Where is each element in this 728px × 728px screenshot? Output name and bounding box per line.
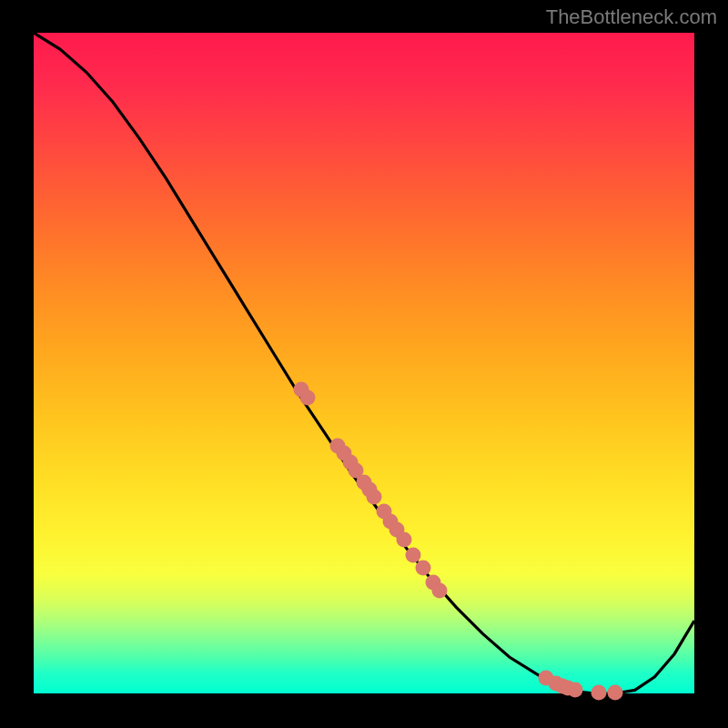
data-point <box>366 489 381 504</box>
data-point <box>432 583 448 599</box>
data-point <box>591 684 606 700</box>
data-point <box>396 531 411 547</box>
data-point <box>607 684 622 700</box>
chart-plot-area <box>34 33 694 693</box>
data-point <box>416 561 431 576</box>
bottleneck-curve <box>34 33 694 693</box>
data-point <box>406 547 421 562</box>
watermark-text: TheBottleneck.com <box>546 5 717 29</box>
data-point <box>568 682 583 698</box>
data-point <box>300 389 316 405</box>
